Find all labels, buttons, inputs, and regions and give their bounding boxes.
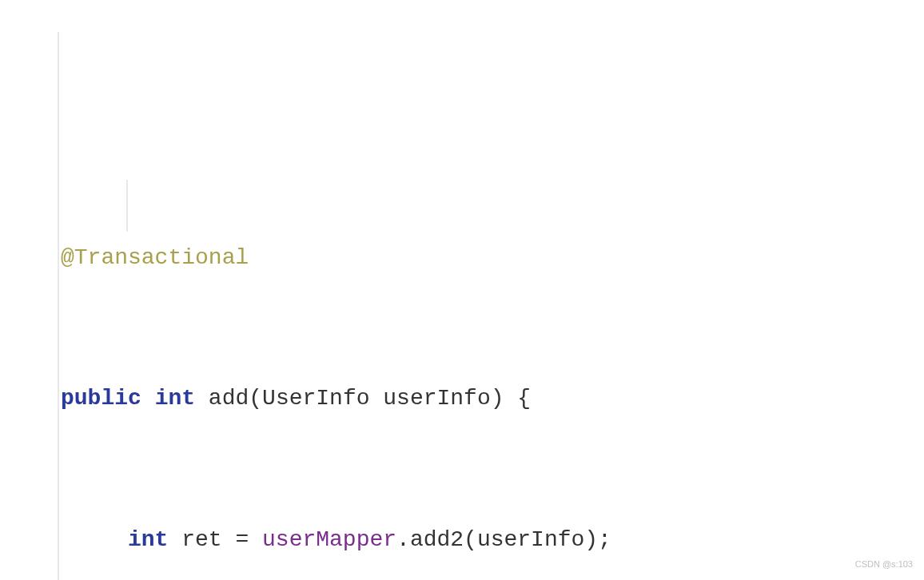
decl-ret-head: ret = bbox=[168, 527, 262, 552]
indent-guide-2 bbox=[126, 180, 128, 232]
decl-ret-tail: .add2(userInfo); bbox=[396, 527, 611, 552]
kw-int-2: int bbox=[128, 527, 168, 552]
code-block: @Transactional public int add(UserInfo u… bbox=[0, 0, 924, 580]
watermark-text: CSDN @s:103 bbox=[855, 555, 913, 574]
method-signature: add(UserInfo userInfo) { bbox=[195, 386, 531, 411]
kw-public: public bbox=[61, 386, 141, 411]
kw-int-1: int bbox=[155, 386, 195, 411]
indent-guide-1 bbox=[58, 32, 59, 580]
code-line-2: public int add(UserInfo userInfo) { bbox=[0, 375, 924, 423]
field-userMapper: userMapper bbox=[262, 527, 396, 552]
code-line-1: @Transactional bbox=[0, 235, 924, 282]
annotation-text: @Transactional bbox=[61, 245, 249, 270]
code-line-3: int ret = userMapper.add2(userInfo); bbox=[0, 517, 924, 564]
